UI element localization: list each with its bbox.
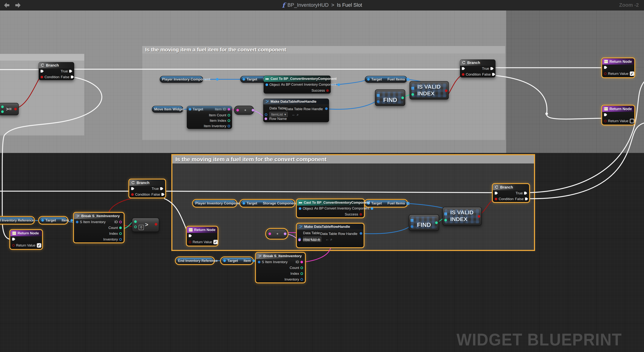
cast-out-pin[interactable] — [338, 83, 340, 86]
break-item-inventory-node[interactable]: Break S_ItemInventory S Item Inventory I… — [256, 253, 305, 282]
true-exec-pin[interactable] — [490, 67, 494, 70]
name-in-pin[interactable] — [268, 233, 271, 235]
node-title[interactable]: Return Node — [10, 230, 42, 236]
cast-node[interactable]: ▸▸ Cast To BP_ConvertInventoryComponent … — [264, 76, 331, 94]
object-in-pin[interactable] — [299, 207, 301, 210]
condition-pin[interactable] — [462, 73, 464, 76]
true-exec-pin[interactable] — [69, 70, 72, 73]
inventory-out-pin[interactable] — [300, 278, 303, 281]
success-pin[interactable] — [326, 89, 329, 92]
id-out-pin[interactable] — [119, 221, 122, 223]
struct-out-pin[interactable] — [70, 219, 73, 222]
name-to-text-conversion-node[interactable] — [234, 106, 254, 115]
fuel-items-getter[interactable]: Target Fuel Items — [365, 200, 407, 207]
index-out-pin[interactable] — [435, 222, 438, 224]
int-in-pin[interactable] — [134, 220, 137, 223]
count-out-pin[interactable] — [119, 227, 122, 229]
object-out-pin[interactable] — [216, 78, 218, 81]
exec-in-pin[interactable] — [462, 67, 465, 70]
node-title[interactable]: ▸▸ Cast To BP_ConvertInventoryComponent — [264, 76, 330, 82]
move-item-widget-getter[interactable]: Move Item Widget — [152, 106, 183, 113]
return-value-pin[interactable] — [12, 244, 15, 247]
item-getter-node[interactable]: Target Item ID Item Count Item Index Ite… — [187, 106, 232, 129]
storage-component-getter[interactable]: Target Storage Componenet — [240, 200, 294, 207]
bool-out-pin[interactable] — [14, 108, 17, 110]
array-out-pin[interactable] — [406, 78, 409, 81]
branch-node[interactable]: Branch True Condition False — [39, 62, 74, 80]
node-title[interactable]: Branch — [130, 180, 165, 186]
array-in-pin[interactable] — [377, 94, 380, 97]
player-inventory-getter[interactable]: Player Inventory Component — [193, 200, 236, 207]
exec-in-pin[interactable] — [12, 238, 15, 241]
text-out-pin[interactable] — [252, 109, 254, 111]
item-inventory-pin[interactable] — [228, 125, 230, 127]
index-out-pin[interactable] — [300, 272, 303, 275]
bool-out-pin[interactable] — [155, 223, 157, 226]
exec-in-pin[interactable] — [495, 192, 498, 195]
text-out-pin[interactable] — [284, 233, 286, 235]
forward-arrow-icon[interactable] — [15, 3, 20, 8]
count-out-pin[interactable] — [300, 267, 303, 269]
int-in-pin[interactable] — [1, 110, 4, 113]
graph-main-region[interactable]: Is the moving item a fuel item for the c… — [0, 153, 644, 352]
index-in-pin[interactable] — [412, 93, 414, 96]
comment-header[interactable] — [0, 54, 84, 61]
row-handle-out-pin[interactable] — [325, 107, 328, 110]
literal-value-box[interactable]: 0 — [139, 225, 144, 230]
array-out-pin[interactable] — [406, 202, 409, 205]
back-arrow-icon[interactable] — [4, 3, 9, 8]
return-value-pin[interactable] — [604, 72, 607, 75]
bool-out-pin[interactable] — [478, 215, 480, 218]
branch-node[interactable]: Branch True Condition False — [460, 60, 496, 77]
item-in-pin[interactable] — [377, 100, 380, 103]
index-in-pin[interactable] — [444, 219, 447, 222]
return-value-checkbox[interactable] — [630, 119, 634, 123]
return-value-checkbox[interactable]: ✓ — [37, 243, 41, 248]
return-node[interactable]: Return Node Return Value — [602, 106, 634, 125]
comment-header[interactable]: Is the moving item a fuel item for the c… — [142, 46, 505, 54]
item-in-pin[interactable] — [411, 225, 413, 228]
browse-icon[interactable]: ⌕ — [297, 113, 299, 117]
target-in-pin[interactable] — [41, 219, 44, 222]
greater-equal-node[interactable]: >= — [0, 103, 19, 115]
exec-in-pin[interactable] — [604, 66, 607, 69]
condition-pin[interactable] — [131, 193, 134, 196]
target-in-pin[interactable] — [242, 202, 245, 205]
id-out-pin[interactable] — [300, 261, 303, 263]
branch-node[interactable]: Branch True Condition False — [493, 184, 529, 202]
break-item-inventory-node[interactable]: Break S_ItemInventory S Item Inventory I… — [74, 213, 124, 242]
node-title[interactable]: Break S_ItemInventory — [256, 253, 305, 259]
fuel-items-getter[interactable]: Target Fuel Items — [365, 76, 407, 83]
false-exec-pin[interactable] — [162, 193, 164, 196]
use-selected-icon[interactable]: ← — [326, 237, 329, 241]
array-in-pin[interactable] — [411, 219, 414, 222]
exec-in-pin[interactable] — [131, 187, 134, 190]
target-in-pin[interactable] — [223, 259, 226, 262]
condition-pin[interactable] — [495, 198, 497, 200]
node-title[interactable]: Break S_ItemInventory — [74, 213, 124, 219]
false-exec-pin[interactable] — [525, 198, 528, 200]
target-in-pin[interactable] — [189, 108, 191, 111]
is-valid-index-node[interactable]: IS VALID INDEX — [410, 81, 449, 99]
find-node[interactable]: FIND — [375, 89, 405, 106]
branch-node[interactable]: Branch True Condition False — [129, 180, 165, 198]
object-in-pin[interactable] — [266, 83, 268, 86]
row-name-pin[interactable] — [264, 117, 267, 120]
struct-in-pin[interactable] — [76, 221, 78, 223]
node-title[interactable]: Branch — [39, 62, 74, 68]
node-title[interactable]: ▸▸ Cast To BP_ConvertInventoryComponent — [297, 200, 364, 206]
node-title[interactable]: Return Node — [187, 227, 217, 233]
int-in-pin[interactable] — [134, 226, 137, 228]
struct-in-pin[interactable] — [258, 261, 260, 263]
data-table-pin[interactable] — [265, 113, 267, 116]
item-getter-pill[interactable]: Target Item — [39, 217, 68, 224]
condition-pin[interactable] — [40, 76, 43, 78]
true-exec-pin[interactable] — [524, 192, 527, 195]
exec-in-pin[interactable] — [189, 234, 192, 237]
success-pin[interactable] — [360, 213, 362, 216]
end-inventory-reference-getter[interactable]: nd Inventory Reference — [0, 217, 34, 224]
item-index-pin[interactable] — [228, 119, 230, 122]
return-node[interactable]: Return Node Return Value ✓ — [187, 227, 218, 246]
return-node[interactable]: Return Node Return Value ✓ — [602, 58, 634, 77]
find-node[interactable]: FIND — [409, 214, 439, 231]
